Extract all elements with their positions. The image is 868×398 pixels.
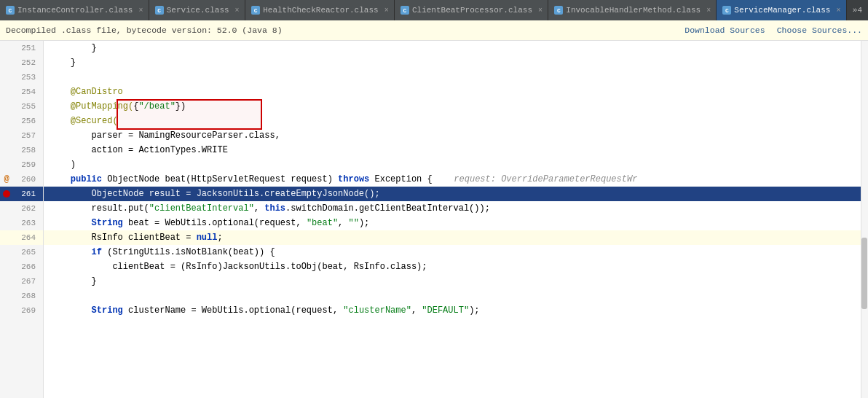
- vertical-scrollbar[interactable]: [861, 41, 868, 398]
- line-num-261: 261: [0, 187, 43, 201]
- gutter-267: [0, 274, 13, 289]
- gutter-256: [0, 114, 13, 128]
- linenum-266: 266: [13, 262, 40, 271]
- breakpoint-icon: [3, 190, 10, 198]
- linenum-252: 252: [13, 58, 40, 67]
- linenum-265: 265: [13, 248, 40, 257]
- linenum-268: 268: [13, 292, 40, 300]
- download-sources-link[interactable]: Download Sources: [684, 26, 765, 35]
- tab-service[interactable]: C Service.class ×: [149, 0, 245, 20]
- tab-service-manager[interactable]: C ServiceManager.class ×: [717, 0, 846, 20]
- tab-label: ServiceManager.class: [734, 6, 830, 15]
- code-line-254: @CanDistro: [44, 85, 868, 99]
- line-num-262: 262: [0, 201, 43, 216]
- tab-close-icon[interactable]: ×: [384, 7, 389, 15]
- linenum-258: 258: [13, 146, 40, 155]
- tab-icon: C: [554, 6, 563, 15]
- linenum-269: 269: [13, 306, 40, 315]
- line-num-268: 268: [0, 289, 43, 303]
- choose-sources-link[interactable]: Choose Sources...: [777, 26, 862, 35]
- tab-close-icon[interactable]: ×: [138, 7, 143, 15]
- line-num-265: 265: [0, 245, 43, 260]
- line-num-260: @ 260: [0, 172, 43, 187]
- line-num-255: 255: [0, 99, 43, 114]
- tab-label: Service.class: [167, 6, 229, 15]
- tab-health-check-reactor[interactable]: C HealthCheckReactor.class ×: [245, 0, 395, 20]
- code-line-267: }: [44, 274, 868, 289]
- gutter-258: [0, 143, 13, 157]
- code-line-253: [44, 70, 868, 85]
- info-bar-links: Download Sources Choose Sources...: [684, 26, 862, 35]
- linenum-256: 256: [13, 117, 40, 125]
- line-num-256: 256: [0, 114, 43, 128]
- gutter-255: [0, 99, 13, 114]
- gutter-251: [0, 41, 13, 55]
- line-num-259: 259: [0, 157, 43, 172]
- at-indicator-icon: @: [4, 174, 9, 184]
- tab-label: InstanceController.class: [17, 6, 133, 15]
- ide-window: C InstanceController.class × C Service.c…: [0, 0, 868, 398]
- gutter-252: [0, 55, 13, 70]
- tab-client-beat-processor[interactable]: C ClientBeatProcessor.class ×: [395, 0, 548, 20]
- tab-close-icon[interactable]: ×: [235, 7, 240, 15]
- gutter-261: [0, 187, 13, 201]
- tab-icon: C: [401, 6, 409, 15]
- code-line-262: result.put("clientBeatInterval", this.sw…: [44, 201, 868, 216]
- tab-overflow[interactable]: »4: [847, 6, 868, 15]
- line-num-253: 253: [0, 70, 43, 85]
- code-content[interactable]: } } @CanDistro @PutMapping({"/beat"}): [44, 41, 868, 398]
- line-numbers: 251 252 253 254 255 256: [0, 41, 44, 398]
- line-num-267: 267: [0, 274, 43, 289]
- tab-label: InvocableHandlerMethod.class: [566, 6, 701, 15]
- linenum-254: 254: [13, 87, 40, 96]
- line-num-251: 251: [0, 41, 43, 55]
- tab-close-icon[interactable]: ×: [706, 7, 711, 15]
- line-num-266: 266: [0, 260, 43, 274]
- gutter-259: [0, 157, 13, 172]
- tab-close-icon[interactable]: ×: [836, 7, 840, 15]
- tab-close-icon[interactable]: ×: [538, 7, 542, 15]
- tab-icon: C: [155, 6, 164, 15]
- code-line-265: if (StringUtils.isNotBlank(beat)) {: [44, 245, 868, 260]
- gutter-260: @: [0, 172, 13, 187]
- tab-label: ClientBeatProcessor.class: [412, 6, 532, 15]
- linenum-251: 251: [13, 44, 40, 52]
- linenum-263: 263: [13, 219, 40, 227]
- linenum-255: 255: [13, 102, 40, 111]
- line-num-269: 269: [0, 303, 43, 318]
- info-bar-text: Decompiled .class file, bytecode version…: [6, 26, 684, 35]
- tab-instance-controller[interactable]: C InstanceController.class ×: [0, 0, 149, 20]
- tab-label: HealthCheckReactor.class: [263, 6, 378, 15]
- tab-icon: C: [6, 6, 15, 15]
- code-line-259: ): [44, 157, 868, 172]
- linenum-262: 262: [13, 204, 40, 213]
- line-num-263: 263: [0, 216, 43, 230]
- code-line-258: action = ActionTypes.WRITE: [44, 143, 868, 157]
- line-num-257: 257: [0, 128, 43, 143]
- scrollbar-thumb[interactable]: [861, 238, 867, 309]
- tab-icon: C: [251, 6, 260, 15]
- code-lines: } } @CanDistro @PutMapping({"/beat"}): [44, 41, 868, 318]
- tab-icon: C: [722, 6, 731, 15]
- code-line-260: public ObjectNode beat(HttpServletReques…: [44, 172, 868, 187]
- gutter-257: [0, 128, 13, 143]
- linenum-253: 253: [13, 73, 40, 82]
- tab-bar: C InstanceController.class × C Service.c…: [0, 0, 868, 20]
- line-num-254: 254: [0, 85, 43, 99]
- code-line-263: String beat = WebUtils.optional(request,…: [44, 216, 868, 230]
- gutter-268: [0, 289, 13, 303]
- code-area[interactable]: 251 252 253 254 255 256: [0, 41, 868, 398]
- code-line-252: }: [44, 55, 868, 70]
- linenum-260: 260: [13, 175, 40, 184]
- linenum-257: 257: [13, 131, 40, 140]
- linenum-261: 261: [13, 190, 40, 198]
- tab-invocable-handler-method[interactable]: C InvocableHandlerMethod.class ×: [548, 0, 717, 20]
- code-line-256: @Secured(: [44, 114, 868, 128]
- info-bar: Decompiled .class file, bytecode version…: [0, 20, 868, 41]
- line-num-258: 258: [0, 143, 43, 157]
- linenum-267: 267: [13, 277, 40, 286]
- gutter-254: [0, 85, 13, 99]
- linenum-259: 259: [13, 160, 40, 169]
- code-line-251: }: [44, 41, 868, 55]
- code-line-261: ObjectNode result = JacksonUtils.createE…: [44, 187, 868, 201]
